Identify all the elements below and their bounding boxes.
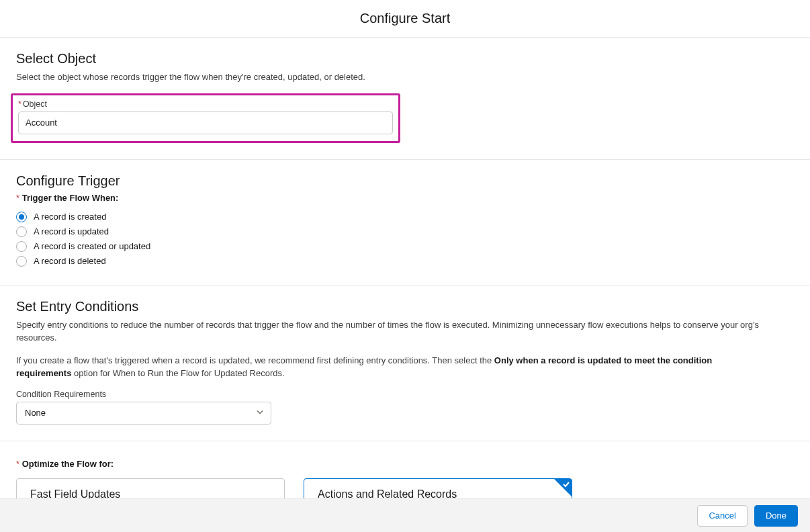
condition-requirements-label: Condition Requirements — [16, 390, 794, 399]
card-title: Fast Field Updates — [30, 488, 271, 499]
condition-requirements-select[interactable]: None — [16, 402, 271, 425]
trigger-radio-created-or-updated[interactable]: A record is created or updated — [16, 239, 794, 254]
trigger-radio-deleted[interactable]: A record is deleted — [16, 254, 794, 269]
page-title: Configure Start — [360, 11, 451, 26]
entry-conditions-note: If you create a flow that's triggered wh… — [16, 354, 768, 380]
trigger-radio-created[interactable]: A record is created — [16, 210, 794, 224]
object-field-label: Object — [18, 99, 393, 109]
section-configure-trigger: Configure Trigger Trigger the Flow When:… — [0, 160, 810, 285]
trigger-when-label: Trigger the Flow When: — [16, 193, 794, 203]
radio-label: A record is created or updated — [34, 241, 150, 251]
done-button[interactable]: Done — [754, 505, 798, 527]
section-optimize: Optimize the Flow for: Fast Field Update… — [0, 441, 810, 499]
radio-icon — [16, 256, 27, 267]
radio-icon — [16, 241, 27, 252]
modal-footer: Cancel Done — [0, 498, 810, 532]
optimize-card-fast-field-updates[interactable]: Fast Field Updates Update fields on the … — [16, 478, 285, 499]
radio-icon — [16, 226, 27, 237]
optimize-card-actions-related-records[interactable]: Actions and Related Records Update any r… — [304, 478, 572, 499]
note-suffix: option for When to Run the Flow for Upda… — [71, 368, 284, 378]
note-prefix: If you create a flow that's triggered wh… — [16, 355, 494, 365]
select-value: None — [25, 408, 46, 418]
selected-corner — [554, 479, 572, 496]
chevron-down-icon — [256, 408, 264, 418]
entry-conditions-description: Specify entry conditions to reduce the n… — [16, 318, 768, 345]
modal-header: Configure Start — [0, 0, 810, 38]
trigger-radio-updated[interactable]: A record is updated — [16, 224, 794, 239]
card-title: Actions and Related Records — [318, 488, 558, 499]
trigger-radio-group: A record is created A record is updated … — [16, 210, 794, 269]
modal-body-scroll[interactable]: Select Object Select the object whose re… — [0, 38, 810, 498]
optimize-card-row: Fast Field Updates Update fields on the … — [16, 478, 794, 499]
check-icon — [562, 480, 570, 488]
section-entry-conditions: Set Entry Conditions Specify entry condi… — [0, 285, 810, 441]
optimize-label: Optimize the Flow for: — [16, 459, 794, 469]
select-object-title: Select Object — [16, 51, 794, 66]
object-input[interactable] — [18, 112, 393, 134]
object-highlight-box: Object — [11, 93, 400, 143]
entry-conditions-title: Set Entry Conditions — [16, 299, 794, 314]
radio-label: A record is created — [34, 212, 106, 222]
radio-icon — [16, 212, 27, 222]
section-select-object: Select Object Select the object whose re… — [0, 38, 810, 160]
cancel-button[interactable]: Cancel — [697, 505, 747, 527]
configure-trigger-title: Configure Trigger — [16, 173, 794, 189]
radio-label: A record is deleted — [34, 256, 106, 266]
radio-label: A record is updated — [34, 226, 109, 236]
select-object-description: Select the object whose records trigger … — [16, 71, 768, 84]
